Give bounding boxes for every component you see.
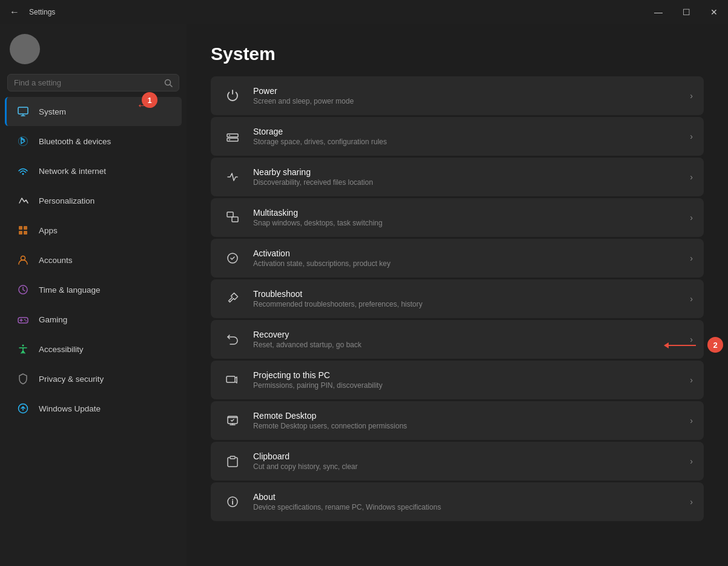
projecting-desc: Permissions, pairing PIN, discoverabilit… <box>253 381 690 390</box>
recovery-icon <box>222 328 243 350</box>
sidebar-item-label-privacy: Privacy & security <box>39 375 104 384</box>
settings-item-about[interactable]: About Device specifications, rename PC, … <box>211 482 704 521</box>
projecting-icon <box>222 369 243 391</box>
main-content: System Power Screen and sleep, power mod… <box>187 24 728 566</box>
sidebar-item-label-bluetooth: Bluetooth & devices <box>39 137 111 146</box>
svg-rect-10 <box>24 231 27 235</box>
sidebar-item-label-accounts: Accounts <box>39 256 73 265</box>
maximize-button[interactable]: ☐ <box>672 0 700 24</box>
settings-item-multitasking[interactable]: Multitasking Snap windows, desktops, tas… <box>211 198 704 237</box>
settings-item-recovery[interactable]: Recovery Reset, advanced startup, go bac… <box>211 320 704 359</box>
power-icon <box>222 85 243 107</box>
projecting-chevron: › <box>690 375 693 385</box>
content-area: System 1 ← Bluetooth & devices <box>0 24 728 566</box>
sidebar-item-privacy[interactable]: Privacy & security <box>5 364 182 393</box>
sidebar-item-personalization[interactable]: Personalization <box>5 186 182 215</box>
nearby-icon <box>222 166 243 188</box>
about-title: About <box>253 492 690 502</box>
nav-list: System 1 ← Bluetooth & devices <box>0 96 187 424</box>
apps-icon <box>15 222 31 239</box>
multitasking-icon <box>222 207 243 228</box>
sidebar-item-windows-update[interactable]: Windows Update <box>5 394 182 423</box>
multitasking-title: Multitasking <box>253 208 690 218</box>
annotation-badge-1: 1 <box>142 92 157 108</box>
svg-rect-20 <box>227 134 238 137</box>
storage-title: Storage <box>253 127 690 136</box>
settings-item-nearby[interactable]: Nearby sharing Discoverability, received… <box>211 158 704 196</box>
svg-line-1 <box>170 84 173 87</box>
accessibility-icon <box>15 341 31 358</box>
troubleshoot-text: Troubleshoot Recommended troubleshooters… <box>253 289 690 308</box>
minimize-button[interactable]: — <box>644 0 672 24</box>
about-text: About Device specifications, rename PC, … <box>253 492 690 511</box>
sidebar-item-label-apps: Apps <box>39 226 58 235</box>
settings-item-projecting[interactable]: Projecting to this PC Permissions, pairi… <box>211 361 704 399</box>
recovery-text: Recovery Reset, advanced startup, go bac… <box>253 330 690 349</box>
privacy-icon <box>15 370 31 387</box>
power-chevron: › <box>690 91 693 101</box>
sidebar-item-accessibility[interactable]: Accessibility <box>5 335 182 364</box>
clipboard-text: Clipboard Cut and copy history, sync, cl… <box>253 451 690 471</box>
settings-item-troubleshoot[interactable]: Troubleshoot Recommended troubleshooters… <box>211 279 704 318</box>
clipboard-title: Clipboard <box>253 451 690 461</box>
troubleshoot-icon <box>222 288 243 310</box>
multitasking-desc: Snap windows, desktops, task switching <box>253 219 690 227</box>
svg-rect-7 <box>19 226 22 230</box>
remote-text: Remote Desktop Remote Desktop users, con… <box>253 411 690 430</box>
sidebar-item-network[interactable]: Network & internet <box>5 156 182 185</box>
storage-icon <box>222 125 243 147</box>
remote-desc: Remote Desktop users, connection permiss… <box>253 422 690 430</box>
avatar <box>10 34 40 64</box>
svg-rect-28 <box>230 456 235 459</box>
sidebar-item-accounts[interactable]: Accounts <box>5 245 182 275</box>
svg-rect-8 <box>24 226 27 230</box>
clipboard-icon <box>222 450 243 472</box>
projecting-title: Projecting to this PC <box>253 370 690 380</box>
multitasking-chevron: › <box>690 213 693 222</box>
back-icon[interactable]: ← <box>10 7 19 18</box>
storage-chevron: › <box>690 132 693 141</box>
sidebar-item-label-time: Time & language <box>39 285 101 295</box>
svg-rect-27 <box>227 376 235 382</box>
update-icon <box>15 400 31 417</box>
settings-item-activation[interactable]: Activation Activation state, subscriptio… <box>211 239 704 278</box>
search-box[interactable] <box>7 74 179 92</box>
settings-item-storage[interactable]: Storage Storage space, drives, configura… <box>211 117 704 156</box>
sidebar-item-label-personalization: Personalization <box>39 196 94 205</box>
troubleshoot-chevron: › <box>690 294 693 304</box>
clipboard-desc: Cut and copy history, sync, clear <box>253 462 690 471</box>
activation-icon <box>222 247 243 269</box>
activation-desc: Activation state, subscriptions, product… <box>253 259 690 268</box>
sidebar-item-time[interactable]: Time & language <box>5 275 182 304</box>
svg-point-31 <box>232 499 233 501</box>
power-title: Power <box>253 86 690 96</box>
svg-point-17 <box>25 321 27 322</box>
accounts-icon <box>15 251 31 268</box>
settings-item-clipboard[interactable]: Clipboard Cut and copy history, sync, cl… <box>211 442 704 481</box>
activation-text: Activation Activation state, subscriptio… <box>253 248 690 268</box>
about-icon <box>222 491 243 513</box>
avatar-area <box>0 29 187 74</box>
search-icon <box>164 79 173 87</box>
search-input[interactable] <box>14 78 164 87</box>
activation-chevron: › <box>690 253 693 263</box>
sidebar-item-label-accessibility: Accessibility <box>39 345 84 354</box>
gaming-icon <box>15 311 31 328</box>
settings-item-remote[interactable]: Remote Desktop Remote Desktop users, con… <box>211 401 704 440</box>
sidebar-item-label-network: Network & internet <box>39 167 106 176</box>
sidebar-item-bluetooth[interactable]: Bluetooth & devices <box>5 127 182 156</box>
sidebar-item-system[interactable]: System 1 ← <box>5 97 182 126</box>
system-icon <box>15 103 31 120</box>
page-title: System <box>211 44 704 64</box>
storage-desc: Storage space, drives, configuration rul… <box>253 138 690 146</box>
power-desc: Screen and sleep, power mode <box>253 97 690 105</box>
close-button[interactable]: ✕ <box>700 0 728 24</box>
svg-rect-24 <box>227 212 233 217</box>
sidebar-item-gaming[interactable]: Gaming <box>5 305 182 334</box>
about-chevron: › <box>690 497 693 507</box>
settings-item-power[interactable]: Power Screen and sleep, power mode › <box>211 76 704 115</box>
sidebar-item-apps[interactable]: Apps <box>5 216 182 245</box>
activation-title: Activation <box>253 248 690 258</box>
projecting-text: Projecting to this PC Permissions, pairi… <box>253 370 690 390</box>
remote-chevron: › <box>690 416 693 425</box>
